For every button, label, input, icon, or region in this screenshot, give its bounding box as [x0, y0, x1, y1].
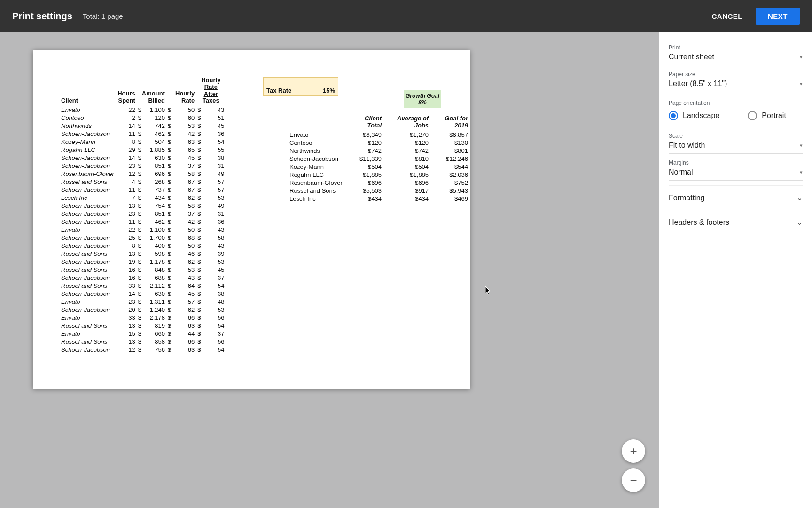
orientation-landscape-label: Landscape — [683, 111, 719, 120]
print-select[interactable]: Current sheet ▾ — [669, 51, 803, 65]
cancel-button[interactable]: CANCEL — [709, 12, 745, 21]
growth-goal-box: Growth Goal 8% — [404, 90, 441, 108]
tax-rate-box: Tax Rate 15% — [263, 77, 338, 96]
table-row: Schoen-Jacobson23$851$37$31 — [61, 210, 227, 218]
col-hours: Hours Spent — [117, 77, 138, 106]
paper-size-value: Letter (8.5" x 11") — [669, 79, 727, 88]
radio-unselected-icon — [748, 111, 757, 120]
orientation-portrait-label: Portrait — [762, 111, 786, 120]
margins-label: Margins — [669, 159, 803, 166]
print-label: Print — [669, 44, 803, 51]
table-row: Russel and Sons33$2,112$64$54 — [61, 282, 227, 290]
table-row: Envato$6,349$1,270$6,857 — [288, 131, 470, 139]
table-row: Envato15$660$44$37 — [61, 330, 227, 338]
tax-rate-value: 15% — [323, 87, 335, 94]
jobs-table: Client Hours Spent Amount Billed Hourly … — [61, 77, 227, 354]
preview-area[interactable]: Client Hours Spent Amount Billed Hourly … — [0, 32, 659, 508]
growth-goal-value: 8% — [418, 99, 426, 106]
col-client: Client — [61, 77, 117, 106]
table-row: Schoen-Jacobson11$462$42$36 — [61, 218, 227, 226]
page-total: Total: 1 page — [83, 12, 123, 20]
col-client-total: Client Total — [349, 115, 383, 131]
print-preview-page: Client Hours Spent Amount Billed Hourly … — [33, 50, 470, 389]
table-row: Russel and Sons$5,503$917$5,943 — [288, 187, 470, 195]
table-row: Schoen-Jacobson11$737$67$57 — [61, 186, 227, 194]
table-row: Envato22$1,100$50$43 — [61, 106, 227, 114]
col-after: Hourly RateAfter Taxes — [197, 77, 227, 106]
table-row: Schoen-Jacobson25$1,700$68$58 — [61, 234, 227, 242]
orientation-landscape-radio[interactable]: Landscape — [669, 111, 719, 120]
paper-size-select[interactable]: Letter (8.5" x 11") ▾ — [669, 78, 803, 92]
table-row: Schoen-Jacobson14$630$45$38 — [61, 154, 227, 162]
margins-value: Normal — [669, 168, 693, 176]
table-row: Russel and Sons4$268$67$57 — [61, 178, 227, 186]
table-row: Schoen-Jacobson11$462$42$36 — [61, 130, 227, 138]
formatting-label: Formatting — [669, 194, 704, 202]
table-row: Kozey-Mann$504$504$544 — [288, 163, 470, 171]
headers-footers-expander[interactable]: Headers & footers ⌄ — [669, 210, 803, 234]
table-row: Schoen-Jacobson8$400$50$43 — [61, 242, 227, 250]
settings-sidebar: Print Current sheet ▾ Paper size Letter … — [659, 32, 812, 508]
col-average-jobs: Average of Jobs — [383, 115, 430, 131]
table-row: Rogahn LLC29$1,885$65$55 — [61, 146, 227, 154]
tax-rate-label: Tax Rate — [266, 87, 291, 94]
chevron-down-icon: ▾ — [800, 169, 803, 175]
page-title: Print settings — [12, 11, 72, 22]
chevron-down-icon: ▾ — [800, 54, 803, 60]
print-value: Current sheet — [669, 53, 714, 61]
table-row: Contoso$120$120$130 — [288, 139, 470, 147]
minus-icon: − — [630, 473, 637, 488]
table-row: Russel and Sons13$819$63$54 — [61, 322, 227, 330]
table-row: Envato23$1,311$57$48 — [61, 298, 227, 306]
col-goal-2019: Goal for 2019 — [430, 115, 470, 131]
headers-footers-label: Headers & footers — [669, 218, 729, 227]
table-row: Schoen-Jacobson23$851$37$31 — [61, 162, 227, 170]
table-row: Rosenbaum-Glover$696$696$752 — [288, 179, 470, 187]
orientation-label: Page orientation — [669, 100, 803, 106]
chevron-down-icon: ⌄ — [796, 218, 803, 227]
table-row: Russel and Sons16$848$53$45 — [61, 266, 227, 274]
table-row: Schoen-Jacobson$11,339$810$12,246 — [288, 155, 470, 163]
summary-table: . Client Total Average of Jobs Goal for … — [288, 115, 470, 203]
chevron-down-icon: ⌄ — [796, 193, 803, 202]
table-row: Lesch Inc7$434$62$53 — [61, 194, 227, 202]
table-row: Lesch Inc$434$434$469 — [288, 195, 470, 203]
formatting-expander[interactable]: Formatting ⌄ — [669, 185, 803, 210]
col-amount: Amount Billed — [138, 77, 168, 106]
col-rate: Hourly Rate — [168, 77, 197, 106]
table-row: Northwinds$742$742$801 — [288, 147, 470, 155]
scale-label: Scale — [669, 133, 803, 139]
paper-size-label: Paper size — [669, 71, 803, 78]
zoom-in-button[interactable]: + — [622, 439, 645, 463]
table-row: Schoen-Jacobson16$688$43$37 — [61, 274, 227, 282]
table-row: Schoen-Jacobson13$754$58$49 — [61, 202, 227, 210]
table-row: Russel and Sons13$858$66$56 — [61, 338, 227, 346]
table-row: Rogahn LLC$1,885$1,885$2,036 — [288, 171, 470, 179]
table-row: Envato22$1,100$50$43 — [61, 226, 227, 234]
zoom-out-button[interactable]: − — [622, 468, 645, 492]
next-button[interactable]: NEXT — [756, 8, 800, 25]
table-row: Contoso2$120$60$51 — [61, 114, 227, 122]
chevron-down-icon: ▾ — [800, 81, 803, 87]
mouse-cursor-icon — [485, 286, 492, 295]
table-row: Russel and Sons13$598$46$39 — [61, 250, 227, 258]
table-row: Kozey-Mann8$504$63$54 — [61, 138, 227, 146]
table-row: Schoen-Jacobson19$1,178$62$53 — [61, 258, 227, 266]
scale-select[interactable]: Fit to width ▾ — [669, 139, 803, 154]
top-bar: Print settings Total: 1 page CANCEL NEXT — [0, 0, 812, 32]
table-row: Schoen-Jacobson14$630$45$38 — [61, 290, 227, 298]
scale-value: Fit to width — [669, 141, 705, 150]
plus-icon: + — [630, 444, 637, 459]
chevron-down-icon: ▾ — [800, 143, 803, 149]
table-row: Rosenbaum-Glover12$696$58$49 — [61, 170, 227, 178]
table-row: Schoen-Jacobson12$756$63$54 — [61, 346, 227, 354]
growth-goal-label: Growth Goal — [406, 93, 439, 99]
table-row: Northwinds14$742$53$45 — [61, 122, 227, 130]
table-row: Envato33$2,178$66$56 — [61, 314, 227, 322]
radio-selected-icon — [669, 111, 678, 120]
orientation-portrait-radio[interactable]: Portrait — [748, 111, 786, 120]
table-row: Schoen-Jacobson20$1,240$62$53 — [61, 306, 227, 314]
margins-select[interactable]: Normal ▾ — [669, 166, 803, 181]
